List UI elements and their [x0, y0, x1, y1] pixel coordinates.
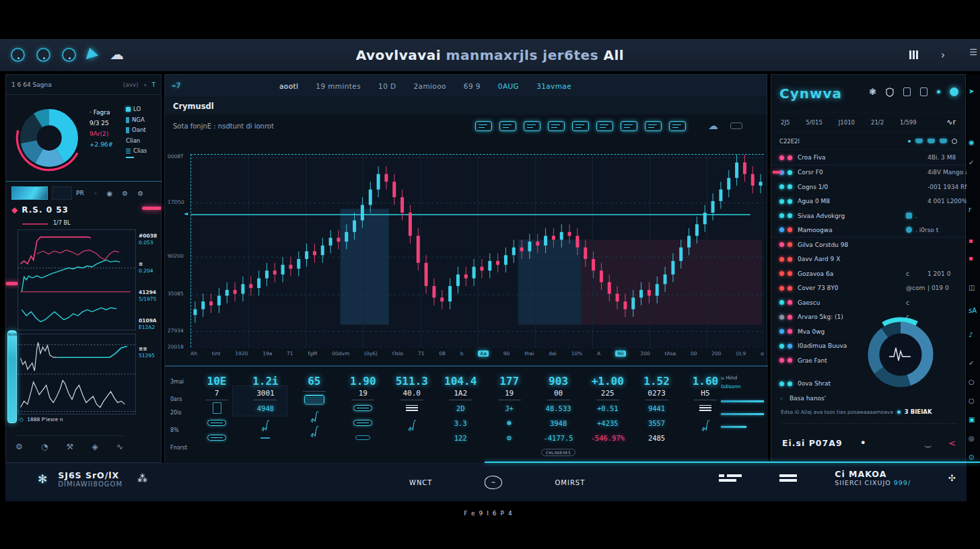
ring-icon[interactable]	[952, 139, 957, 144]
sidebar-header-chevron[interactable]: ›	[144, 81, 147, 88]
undo-icon[interactable]: ‿	[925, 439, 931, 447]
edge-icon[interactable]: ◫	[969, 284, 975, 291]
watchlist-row[interactable]: Gaescuc	[771, 295, 967, 310]
hammer-icon[interactable]: ⚒	[67, 442, 74, 451]
circle-icon[interactable]: ◉	[107, 190, 113, 197]
allocation-donut-chart[interactable]	[11, 100, 87, 176]
timeframe-item[interactable]: 31avmae	[536, 82, 571, 90]
edge-icon[interactable]: ▪	[969, 254, 973, 262]
signature-icon[interactable]: ∿r	[946, 118, 956, 126]
chart-tool-button[interactable]	[524, 121, 540, 131]
tab-label[interactable]: PR	[76, 190, 84, 196]
watchlist-row[interactable]: Agua 0 M84 001 L200% 02	[771, 194, 967, 209]
stat-tile[interactable]: 65	[298, 367, 331, 460]
chart-tool-button[interactable]	[572, 121, 589, 131]
watchlist-row[interactable]: Corsr F04i8V Mango a 8 90	[771, 166, 967, 180]
pill-icon[interactable]	[928, 139, 935, 143]
stat-tile[interactable]: +1.00225+0.51+4235-546.97%	[591, 367, 625, 460]
timeframe-item[interactable]: 0AUG	[498, 82, 519, 90]
legend-item[interactable]: Oant	[126, 125, 147, 136]
toggle-dot-icon[interactable]	[937, 90, 940, 94]
watchlist-row[interactable]: Gilva Corstdu 98	[771, 237, 967, 252]
pin-icon[interactable]: T	[152, 81, 156, 88]
watchlist-row[interactable]: Cover 73 8Y0@com| 019 0	[771, 281, 967, 296]
back-icon[interactable]: <	[948, 438, 956, 448]
stat-tile[interactable]: 10E7	[200, 367, 234, 460]
watchlist-tab[interactable]: 2J5	[781, 119, 790, 126]
stat-tile[interactable]: 1.60H5	[689, 367, 722, 460]
stat-tile[interactable]: 1.520273944135572485	[640, 367, 674, 460]
watchlist-row[interactable]: Croa Fiva4Bi. 3 M8	[771, 151, 967, 166]
chip-icon[interactable]	[730, 122, 742, 129]
watchlist-tab[interactable]: 21/2	[871, 119, 884, 126]
timeframe-item[interactable]: 19 mmintes	[316, 82, 361, 90]
shield-icon[interactable]	[886, 87, 894, 97]
empty-tab[interactable]	[52, 186, 72, 200]
edge-icon[interactable]: ⊙	[969, 453, 974, 461]
clock-icon[interactable]: ◔	[41, 442, 48, 451]
diamond-icon[interactable]: ◈	[92, 442, 98, 451]
chart-tool-button[interactable]	[548, 121, 565, 131]
chevron-right-icon[interactable]: ›	[941, 49, 945, 61]
chart-tool-button[interactable]	[621, 121, 637, 131]
bars-icon[interactable]	[779, 472, 797, 484]
watchlist-tab[interactable]: J1010	[839, 119, 855, 126]
edge-icon[interactable]: ✓	[969, 159, 974, 166]
footer-center-right-label[interactable]: OMIRST	[555, 479, 585, 486]
gear-icon[interactable]: ⚙	[137, 190, 143, 197]
pill-icon[interactable]	[915, 139, 923, 143]
edge-icon[interactable]: ○	[969, 378, 975, 386]
asterisk-icon[interactable]: ⁂	[137, 473, 147, 485]
watchlist-row[interactable]: Mamoogwa. i0rso t	[771, 223, 967, 238]
flower-icon[interactable]: ❃	[869, 87, 876, 97]
doodle-face-icon[interactable]: ~	[485, 476, 502, 489]
stat-tile[interactable]: 9030048.5333948-4177.5CHLXDEXES	[541, 367, 575, 460]
edge-icon[interactable]: ▪	[969, 237, 973, 244]
rsi-chart[interactable]	[18, 229, 136, 330]
chart-tool-button[interactable]	[499, 121, 516, 131]
edge-icon[interactable]: r	[969, 206, 971, 213]
chart-tool-button[interactable]	[669, 121, 686, 131]
timeframe-item[interactable]: 2amiooo	[414, 82, 446, 90]
columns-icon[interactable]	[909, 50, 918, 59]
stat-tile[interactable]: 17719J+✽❂	[493, 367, 526, 460]
alert-badge[interactable]	[142, 207, 161, 210]
edge-icon[interactable]: ◉	[969, 139, 975, 146]
stat-tile[interactable]: 1.2i30014948	[248, 367, 282, 460]
edge-icon[interactable]: ✓	[969, 359, 974, 367]
chart-tool-button[interactable]	[475, 121, 492, 131]
watchlist-row[interactable]: Sivaa Advokgrg.	[771, 209, 967, 223]
cloud-icon[interactable]: ☁	[708, 120, 718, 132]
footer-center-left-label[interactable]: WNCT	[409, 479, 432, 486]
droplet-icon[interactable]: ◦	[94, 190, 98, 197]
wave-icon[interactable]: ∿	[116, 442, 123, 451]
device-icon[interactable]	[920, 87, 928, 96]
gear-icon[interactable]: ⚙	[15, 442, 23, 451]
watchlist-row[interactable]: ◦Basa hanos'	[771, 391, 879, 406]
watchlist-tab[interactable]: 1/599	[900, 119, 917, 126]
gear-sparkle-icon[interactable]: ✻	[38, 472, 47, 486]
watchlist-row[interactable]: 0avv Aard 9 X	[771, 252, 967, 267]
range-slider[interactable]: N0/88	[7, 330, 17, 423]
edge-icon[interactable]: ➤	[969, 87, 974, 95]
chart-tool-button[interactable]	[645, 121, 662, 131]
timeframe-item[interactable]: aootl	[279, 82, 298, 90]
symbol-name[interactable]: Crymusdl	[173, 102, 214, 111]
chart-tool-button[interactable]	[596, 121, 613, 131]
bars-notch-icon[interactable]	[719, 472, 742, 484]
edge-icon[interactable]: ◎	[969, 435, 975, 442]
momentum-chart[interactable]	[18, 334, 136, 414]
pill-icon[interactable]	[940, 139, 947, 143]
dot-icon[interactable]	[908, 140, 911, 143]
device-icon[interactable]	[903, 87, 911, 96]
edge-icon[interactable]: sA	[969, 307, 977, 314]
watchlist-row[interactable]: Cogns 1/0-001 1934 RN0	[771, 180, 967, 194]
gear-icon[interactable]: ⚙	[122, 190, 128, 197]
edge-icon[interactable]: ♪	[969, 331, 973, 338]
stat-tile[interactable]: 511.340.0	[395, 367, 429, 460]
legend-item[interactable]	[126, 157, 147, 158]
legend-item[interactable]: LO	[126, 104, 147, 115]
edge-icon[interactable]: ▣	[969, 416, 975, 423]
stat-tile[interactable]: 104.41A22D3.3122	[444, 367, 477, 460]
stat-tile[interactable]: 1.9019	[346, 367, 380, 460]
